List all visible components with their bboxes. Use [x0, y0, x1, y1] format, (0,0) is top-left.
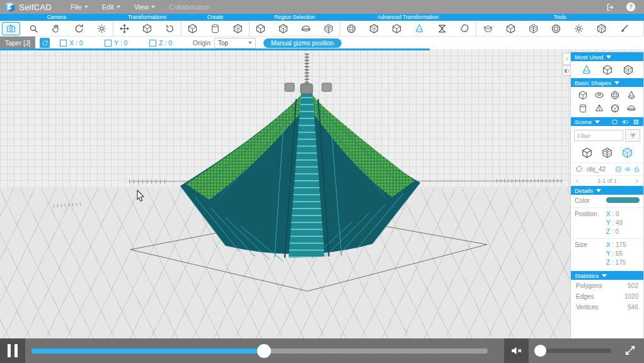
gizmo-handle-center[interactable]	[301, 84, 313, 94]
fix-mesh-button[interactable]	[567, 21, 590, 36]
ribbon-section-labels: CameraTransformationsCreateRegion Select…	[0, 14, 644, 21]
filter-input[interactable]	[574, 130, 623, 141]
orbit-camera-button[interactable]	[0, 21, 23, 36]
round-region-button[interactable]	[272, 21, 295, 36]
next-page-icon[interactable]	[634, 178, 640, 184]
menu-edit[interactable]: Edit	[102, 3, 120, 11]
hemisphere-button[interactable]	[626, 103, 636, 113]
position-y: Y : 49	[606, 219, 623, 226]
most-used-header[interactable]: Most Used	[571, 52, 643, 61]
revolve-button[interactable]	[204, 21, 227, 36]
box-button[interactable]	[602, 64, 613, 76]
position-row: Position X : 0 Y : 49 Z : 0	[571, 208, 643, 236]
pan-camera-button[interactable]	[45, 21, 68, 36]
cylinder-button[interactable]	[578, 103, 588, 113]
filter-icon[interactable]	[625, 129, 640, 142]
unlock-icon[interactable]	[633, 166, 640, 173]
taper-x-checkbox[interactable]: X : 0	[60, 39, 95, 47]
geosphere-button[interactable]	[610, 103, 620, 113]
chevron-down-icon	[117, 6, 120, 8]
details-header[interactable]: Details	[571, 186, 643, 195]
ribbon-section-transformations: Transformations	[113, 14, 181, 21]
torus-button[interactable]	[594, 90, 604, 100]
taper-y-checkbox[interactable]: Y : 0	[105, 39, 139, 47]
bevel-button[interactable]	[363, 21, 386, 36]
partial-region-button[interactable]	[317, 21, 340, 36]
visibility-eye-icon[interactable]	[624, 166, 631, 173]
manual-gizmo-position-button[interactable]: Manual gizmo position	[263, 38, 342, 48]
taper-gizmo-handles[interactable]	[285, 83, 331, 94]
move-button[interactable]	[113, 21, 136, 36]
sign-in-icon[interactable]	[606, 3, 615, 12]
zoom-camera-button[interactable]	[23, 21, 45, 36]
right-sidebar: Most Used Basic Shapes Scene obj_42 1-1 …	[570, 52, 644, 340]
size-x: X : 175	[606, 241, 626, 248]
reset-camera-button[interactable]	[67, 21, 90, 36]
pattern-button[interactable]	[226, 21, 249, 36]
pause-button[interactable]	[0, 338, 25, 363]
tetrahedron-button[interactable]	[594, 103, 604, 113]
combine-button[interactable]	[590, 21, 612, 36]
textured-view-button[interactable]	[621, 147, 633, 159]
split-button[interactable]	[499, 21, 522, 36]
menu-file[interactable]: File	[71, 3, 88, 11]
gizmo-handle-right[interactable]	[322, 83, 331, 91]
menu-collaboration[interactable]: Collaboration	[169, 3, 210, 11]
flat-region-button[interactable]	[295, 21, 318, 36]
slice-button[interactable]	[476, 21, 499, 36]
checkbox[interactable]	[60, 40, 67, 47]
taper-z-checkbox[interactable]: Z : 0	[149, 39, 184, 47]
add-thickness-button[interactable]	[340, 21, 363, 36]
scene-toggle-icon[interactable]	[621, 118, 630, 125]
paint-button[interactable]	[612, 21, 635, 36]
reset-taper-button[interactable]	[40, 38, 50, 48]
scale-button[interactable]	[136, 21, 159, 36]
model-obj_42[interactable]	[180, 89, 420, 262]
help-icon[interactable]: ?	[626, 3, 635, 11]
taper-button[interactable]	[581, 64, 592, 76]
solid-view-button[interactable]	[581, 147, 593, 159]
cube-icon	[578, 90, 588, 100]
sidebar-panel-toggle[interactable]	[563, 66, 571, 76]
prev-page-icon[interactable]	[575, 178, 580, 184]
freeform-button[interactable]	[453, 21, 476, 36]
round-object-button[interactable]	[544, 21, 567, 36]
cube-region-icon	[255, 23, 266, 34]
color-swatch[interactable]	[606, 197, 640, 203]
3d-viewport[interactable]	[0, 49, 644, 363]
checkbox[interactable]	[105, 40, 112, 47]
cube-region-button[interactable]	[250, 21, 272, 36]
scene-header[interactable]: Scene	[571, 117, 643, 126]
scene-object-row[interactable]: obj_42	[571, 163, 643, 175]
scene-grid-icon[interactable]	[633, 118, 640, 125]
checkbox[interactable]	[149, 40, 156, 47]
statistics-header[interactable]: Statistics	[571, 271, 643, 280]
rotate-button[interactable]	[158, 21, 181, 36]
cone-button[interactable]	[626, 90, 636, 100]
sidebar-collapse-button[interactable]	[563, 53, 571, 65]
wireframe-view-button[interactable]	[601, 147, 613, 159]
extrusion-button[interactable]	[386, 21, 408, 36]
orbit-camera-icon	[6, 23, 16, 34]
taper-icon	[414, 23, 425, 34]
volume-handle[interactable]	[534, 345, 546, 357]
gizmo-handle-left[interactable]	[285, 83, 294, 91]
textured-box-button[interactable]	[623, 64, 634, 76]
scene-frame-icon[interactable]	[611, 118, 618, 125]
copy-offsets-button[interactable]	[181, 21, 204, 36]
sphere-button[interactable]	[610, 90, 620, 100]
video-progress-bar[interactable]	[32, 349, 488, 354]
fullscreen-button[interactable]	[621, 341, 640, 360]
menu-view[interactable]: View	[134, 3, 156, 11]
twist-button[interactable]	[430, 21, 453, 36]
origin-select[interactable]: Top	[214, 38, 256, 49]
shell-button[interactable]	[522, 21, 544, 36]
cube-button[interactable]	[578, 90, 588, 100]
taper-button[interactable]	[408, 21, 430, 36]
video-progress-handle[interactable]	[257, 344, 271, 358]
camera-settings-button[interactable]	[90, 21, 113, 36]
basic-shapes-header[interactable]: Basic Shapes	[571, 78, 643, 87]
select-checkbox-icon[interactable]	[615, 166, 622, 173]
mute-button[interactable]	[504, 338, 529, 363]
volume-slider[interactable]	[535, 349, 611, 353]
